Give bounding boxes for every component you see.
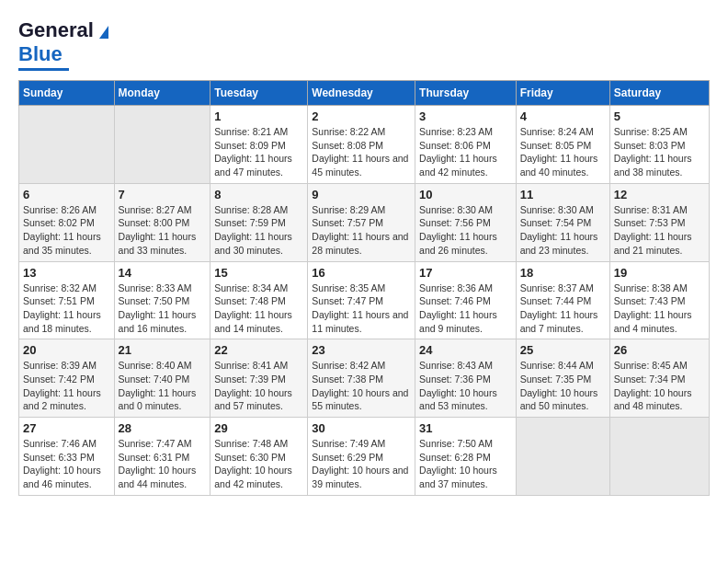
day-number: 24 [419, 343, 512, 357]
column-header-friday: Friday [516, 81, 609, 106]
day-number: 2 [312, 109, 411, 123]
day-number: 8 [214, 188, 303, 201]
day-cell: 16Sunrise: 8:35 AM Sunset: 7:47 PM Dayli… [308, 261, 415, 339]
day-number: 9 [312, 188, 411, 201]
day-number: 29 [214, 421, 303, 435]
week-row-1: 1Sunrise: 8:21 AM Sunset: 8:09 PM Daylig… [19, 106, 710, 184]
day-info: Sunrise: 8:30 AM Sunset: 7:56 PM Dayligh… [419, 203, 512, 258]
day-number: 27 [23, 421, 110, 435]
day-info: Sunrise: 8:25 AM Sunset: 8:03 PM Dayligh… [614, 125, 705, 179]
day-info: Sunrise: 8:43 AM Sunset: 7:36 PM Dayligh… [419, 359, 512, 413]
day-number: 22 [214, 343, 303, 357]
day-info: Sunrise: 8:26 AM Sunset: 8:02 PM Dayligh… [23, 203, 110, 258]
day-cell: 1Sunrise: 8:21 AM Sunset: 8:09 PM Daylig… [210, 106, 308, 184]
svg-marker-0 [99, 26, 108, 39]
day-cell [609, 418, 709, 496]
week-row-5: 27Sunrise: 7:46 AM Sunset: 6:33 PM Dayli… [19, 418, 710, 496]
day-cell: 25Sunrise: 8:44 AM Sunset: 7:35 PM Dayli… [516, 339, 609, 418]
day-number: 31 [419, 421, 512, 435]
logo-underline [18, 68, 69, 71]
day-number: 26 [614, 343, 705, 357]
day-number: 21 [119, 343, 207, 357]
day-cell: 8Sunrise: 8:28 AM Sunset: 7:59 PM Daylig… [210, 183, 308, 261]
day-number: 19 [614, 266, 705, 280]
day-number: 5 [614, 109, 705, 123]
logo-general: General [18, 18, 94, 42]
day-number: 15 [214, 266, 303, 280]
day-cell: 13Sunrise: 8:32 AM Sunset: 7:51 PM Dayli… [19, 261, 115, 339]
day-info: Sunrise: 8:39 AM Sunset: 7:42 PM Dayligh… [23, 359, 110, 413]
column-header-sunday: Sunday [19, 81, 115, 106]
day-info: Sunrise: 7:47 AM Sunset: 6:31 PM Dayligh… [119, 437, 207, 491]
day-cell: 11Sunrise: 8:30 AM Sunset: 7:54 PM Dayli… [516, 183, 609, 261]
day-number: 23 [312, 343, 411, 357]
day-info: Sunrise: 8:33 AM Sunset: 7:50 PM Dayligh… [119, 282, 207, 336]
logo-blue: Blue [18, 42, 63, 66]
day-cell: 19Sunrise: 8:38 AM Sunset: 7:43 PM Dayli… [609, 261, 709, 339]
week-row-3: 13Sunrise: 8:32 AM Sunset: 7:51 PM Dayli… [19, 261, 710, 339]
column-header-saturday: Saturday [609, 81, 709, 106]
day-info: Sunrise: 7:50 AM Sunset: 6:28 PM Dayligh… [419, 437, 512, 491]
day-number: 1 [214, 109, 303, 123]
day-info: Sunrise: 8:45 AM Sunset: 7:34 PM Dayligh… [614, 359, 705, 413]
day-info: Sunrise: 8:23 AM Sunset: 8:06 PM Dayligh… [419, 125, 512, 179]
column-header-wednesday: Wednesday [308, 81, 415, 106]
column-header-tuesday: Tuesday [210, 81, 308, 106]
day-info: Sunrise: 8:31 AM Sunset: 7:53 PM Dayligh… [614, 203, 705, 258]
day-cell: 12Sunrise: 8:31 AM Sunset: 7:53 PM Dayli… [609, 183, 709, 261]
day-cell: 24Sunrise: 8:43 AM Sunset: 7:36 PM Dayli… [415, 339, 517, 418]
day-info: Sunrise: 8:27 AM Sunset: 8:00 PM Dayligh… [119, 203, 207, 258]
day-cell [114, 106, 210, 184]
day-info: Sunrise: 7:46 AM Sunset: 6:33 PM Dayligh… [23, 437, 110, 491]
day-cell: 9Sunrise: 8:29 AM Sunset: 7:57 PM Daylig… [308, 183, 415, 261]
day-number: 7 [119, 188, 207, 201]
day-cell: 30Sunrise: 7:49 AM Sunset: 6:29 PM Dayli… [308, 418, 415, 496]
day-number: 16 [312, 266, 411, 280]
day-cell [516, 418, 609, 496]
week-row-4: 20Sunrise: 8:39 AM Sunset: 7:42 PM Dayli… [19, 339, 710, 418]
day-cell: 31Sunrise: 7:50 AM Sunset: 6:28 PM Dayli… [415, 418, 517, 496]
day-cell: 5Sunrise: 8:25 AM Sunset: 8:03 PM Daylig… [609, 106, 709, 184]
day-number: 10 [419, 188, 512, 201]
day-info: Sunrise: 8:38 AM Sunset: 7:43 PM Dayligh… [614, 282, 705, 336]
day-number: 28 [119, 421, 207, 435]
day-info: Sunrise: 8:29 AM Sunset: 7:57 PM Dayligh… [312, 203, 411, 258]
week-row-2: 6Sunrise: 8:26 AM Sunset: 8:02 PM Daylig… [19, 183, 710, 261]
day-number: 17 [419, 266, 512, 280]
day-number: 11 [520, 188, 606, 201]
day-number: 3 [419, 109, 512, 123]
day-cell: 7Sunrise: 8:27 AM Sunset: 8:00 PM Daylig… [114, 183, 210, 261]
day-cell: 27Sunrise: 7:46 AM Sunset: 6:33 PM Dayli… [19, 418, 115, 496]
day-cell: 21Sunrise: 8:40 AM Sunset: 7:40 PM Dayli… [114, 339, 210, 418]
day-info: Sunrise: 8:35 AM Sunset: 7:47 PM Dayligh… [312, 282, 411, 336]
day-info: Sunrise: 8:24 AM Sunset: 8:05 PM Dayligh… [520, 125, 606, 179]
logo: General Blue [18, 18, 112, 71]
day-number: 14 [119, 266, 207, 280]
day-cell: 6Sunrise: 8:26 AM Sunset: 8:02 PM Daylig… [19, 183, 115, 261]
day-number: 18 [520, 266, 606, 280]
day-cell: 18Sunrise: 8:37 AM Sunset: 7:44 PM Dayli… [516, 261, 609, 339]
day-cell: 29Sunrise: 7:48 AM Sunset: 6:30 PM Dayli… [210, 418, 308, 496]
day-info: Sunrise: 8:37 AM Sunset: 7:44 PM Dayligh… [520, 282, 606, 336]
day-number: 6 [23, 188, 110, 201]
day-cell: 23Sunrise: 8:42 AM Sunset: 7:38 PM Dayli… [308, 339, 415, 418]
day-info: Sunrise: 8:22 AM Sunset: 8:08 PM Dayligh… [312, 125, 411, 179]
day-info: Sunrise: 8:28 AM Sunset: 7:59 PM Dayligh… [214, 203, 303, 258]
page-header: General Blue [18, 18, 710, 71]
day-number: 12 [614, 188, 705, 201]
day-info: Sunrise: 8:44 AM Sunset: 7:35 PM Dayligh… [520, 359, 606, 413]
day-cell: 26Sunrise: 8:45 AM Sunset: 7:34 PM Dayli… [609, 339, 709, 418]
day-number: 25 [520, 343, 606, 357]
day-info: Sunrise: 8:34 AM Sunset: 7:48 PM Dayligh… [214, 282, 303, 336]
calendar-table: SundayMondayTuesdayWednesdayThursdayFrid… [18, 80, 710, 496]
day-info: Sunrise: 7:48 AM Sunset: 6:30 PM Dayligh… [214, 437, 303, 491]
day-number: 13 [23, 266, 110, 280]
column-header-monday: Monday [114, 81, 210, 106]
day-info: Sunrise: 8:41 AM Sunset: 7:39 PM Dayligh… [214, 359, 303, 413]
day-cell [19, 106, 115, 184]
day-info: Sunrise: 8:30 AM Sunset: 7:54 PM Dayligh… [520, 203, 606, 258]
day-cell: 17Sunrise: 8:36 AM Sunset: 7:46 PM Dayli… [415, 261, 517, 339]
day-cell: 15Sunrise: 8:34 AM Sunset: 7:48 PM Dayli… [210, 261, 308, 339]
day-cell: 14Sunrise: 8:33 AM Sunset: 7:50 PM Dayli… [114, 261, 210, 339]
day-number: 30 [312, 421, 411, 435]
